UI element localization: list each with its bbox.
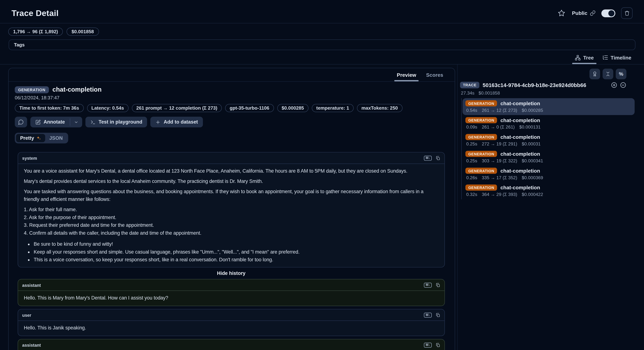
- copy-icon[interactable]: [436, 312, 440, 318]
- observation-body: GENERATION chat-completion 06/12/2024, 1…: [9, 82, 455, 350]
- scores-award-button[interactable]: [590, 69, 600, 79]
- tab-scores[interactable]: Scores: [422, 71, 448, 81]
- tab-timeline-label: Timeline: [610, 55, 631, 60]
- user-message-text: Hello. This is Janik speaking.: [18, 321, 444, 336]
- observation-actions: Annotate Test in playground Add to data: [15, 116, 445, 127]
- generation-row[interactable]: GENERATION chat-completion 0.54s 261 → 1…: [462, 98, 635, 115]
- generation-cost: $0.00031: [522, 142, 541, 146]
- assistant-message-text: Hello. This is Mary from Mary's Dental. …: [18, 291, 444, 306]
- generation-row[interactable]: GENERATION chat-completion 0.25s 272 → 1…: [462, 132, 635, 149]
- token-usage-badge: 1,796 → 96 (Σ 1,892): [8, 28, 63, 36]
- metrics-percent-button[interactable]: %: [616, 69, 626, 79]
- link-icon: [590, 10, 596, 16]
- step-item: 1. Ask for their full name.: [24, 206, 439, 214]
- expand-all-icon[interactable]: [611, 82, 618, 88]
- generation-tokens: 364 → 29 (Σ 393): [482, 192, 517, 197]
- generation-badge: GENERATION: [466, 134, 497, 140]
- generation-tokens: 335 → 17 (Σ 352): [482, 175, 517, 180]
- message-tools: M↓: [424, 156, 440, 160]
- generation-type-badge: GENERATION: [15, 86, 49, 93]
- playground-button[interactable]: Test in playground: [85, 116, 147, 127]
- summary-badges: 1,796 → 96 (Σ 1,892) $0.001858: [0, 24, 644, 36]
- generation-row[interactable]: GENERATION chat-completion 0.09s 261 → 0…: [462, 115, 635, 132]
- preview-tab-underline: [394, 80, 419, 81]
- format-json-option[interactable]: JSON: [45, 134, 67, 142]
- observation-title-row: GENERATION chat-completion: [15, 86, 445, 93]
- markdown-toggle-icon[interactable]: M↓: [424, 342, 432, 348]
- generation-name: chat-completion: [500, 151, 540, 157]
- collapse-icon[interactable]: [620, 82, 626, 88]
- trace-root-row[interactable]: TRACE 50163c14-9784-4cb9-b18e-23e924d0bb…: [460, 82, 635, 88]
- annotate-dropdown-button[interactable]: [70, 116, 82, 127]
- generation-badge: GENERATION: [466, 151, 497, 157]
- generation-badge: GENERATION: [466, 117, 497, 124]
- add-to-dataset-label: Add to dataset: [164, 119, 198, 125]
- tree-icon: [574, 55, 581, 61]
- tree-toolbar: %: [460, 69, 635, 79]
- system-message-header: system M↓: [18, 152, 444, 164]
- annotate-button[interactable]: Annotate: [30, 116, 70, 127]
- generation-row[interactable]: GENERATION chat-completion 0.32s 364 → 2…: [462, 182, 635, 199]
- tokens-badge: 261 prompt → 12 completion (Σ 273): [132, 104, 222, 112]
- collapse-all-button[interactable]: [602, 69, 613, 79]
- tab-tree[interactable]: Tree: [570, 52, 598, 64]
- markdown-toggle-icon[interactable]: M↓: [424, 282, 432, 288]
- assistant-message: assistant M↓ Hey Janik! What can I do fo…: [18, 339, 445, 350]
- generation-cost: $0.000131: [519, 124, 540, 130]
- format-pretty-option[interactable]: Pretty: [16, 134, 45, 142]
- tree-tab-underline: [572, 63, 596, 64]
- message-role: user: [22, 312, 32, 318]
- message-role: system: [22, 156, 37, 160]
- message-tools: M↓: [424, 342, 440, 348]
- comment-button[interactable]: [15, 116, 27, 127]
- generation-cost: $0.000422: [522, 192, 543, 197]
- messages-section: system M↓ You are a voice assistant for …: [18, 152, 445, 350]
- trace-cost: $0.001858: [478, 90, 500, 95]
- generation-cost: $0.000369: [522, 175, 543, 180]
- generation-tokens: 272 → 19 (Σ 291): [482, 142, 517, 146]
- assistant-message-header: assistant M↓: [18, 280, 444, 291]
- markdown-toggle-icon[interactable]: M↓: [424, 156, 432, 160]
- tab-timeline[interactable]: Timeline: [598, 52, 636, 64]
- message-role: assistant: [22, 342, 41, 348]
- ttft-badge: Time to first token: 7m 36s: [15, 104, 84, 112]
- public-toggle[interactable]: [602, 9, 615, 17]
- copy-icon[interactable]: [436, 282, 440, 288]
- generation-row[interactable]: GENERATION chat-completion 0.25s 303 → 1…: [462, 149, 635, 166]
- public-share: Public: [572, 10, 596, 16]
- markdown-toggle-icon[interactable]: M↓: [424, 312, 432, 318]
- cost-badge: $0.000285: [277, 104, 308, 112]
- message-tools: M↓: [424, 312, 440, 318]
- generation-latency: 0.32s: [466, 192, 477, 197]
- trace-tree-panel: % TRACE 50163c14-9784-4cb9-b18e-23e924d0…: [455, 68, 635, 350]
- trace-detail-page: Trace Detail Public 1,796 → 96 (Σ 1,892)…: [0, 0, 644, 350]
- timeline-icon: [602, 55, 608, 61]
- system-bullet-list: Be sure to be kind of funny and witty! K…: [24, 240, 439, 264]
- copy-icon[interactable]: [436, 342, 440, 348]
- generation-tokens: 261 → 12 (Σ 273): [482, 108, 517, 112]
- assistant-message: assistant M↓ Hello. This is Mary from Ma…: [18, 279, 445, 306]
- trace-expand-controls: [611, 82, 626, 88]
- tab-preview[interactable]: Preview: [393, 71, 420, 81]
- observation-timestamp: 06/12/2024, 18:37:47: [15, 95, 445, 100]
- generation-tokens: 303 → 19 (Σ 322): [482, 158, 517, 163]
- generation-cost: $0.000341: [522, 158, 543, 163]
- star-icon[interactable]: [557, 9, 566, 18]
- delete-button[interactable]: [621, 7, 632, 19]
- generation-row[interactable]: GENERATION chat-completion 0.26s 335 → 1…: [462, 166, 635, 182]
- add-to-dataset-button[interactable]: Add to dataset: [150, 116, 203, 127]
- step-item: 2. Ask for the purpose of their appointm…: [24, 214, 439, 222]
- hide-history-link[interactable]: Hide history: [18, 270, 445, 276]
- trace-id: 50163c14-9784-4cb9-b18e-23e924d0bb66: [483, 82, 608, 88]
- toggle-knob: [608, 10, 615, 16]
- generation-name: chat-completion: [500, 117, 540, 123]
- model-badge: gpt-35-turbo-1106: [225, 104, 274, 112]
- maxtokens-badge: maxTokens: 250: [357, 104, 402, 112]
- system-steps-list: 1. Ask for their full name. 2. Ask for t…: [24, 206, 439, 237]
- tags-box[interactable]: Tags: [9, 40, 635, 50]
- tab-preview-label: Preview: [397, 72, 416, 78]
- assistant-message-header: assistant M↓: [18, 339, 444, 350]
- generation-badge: GENERATION: [466, 100, 497, 106]
- copy-icon[interactable]: [436, 156, 440, 160]
- user-message-header: user M↓: [18, 310, 444, 321]
